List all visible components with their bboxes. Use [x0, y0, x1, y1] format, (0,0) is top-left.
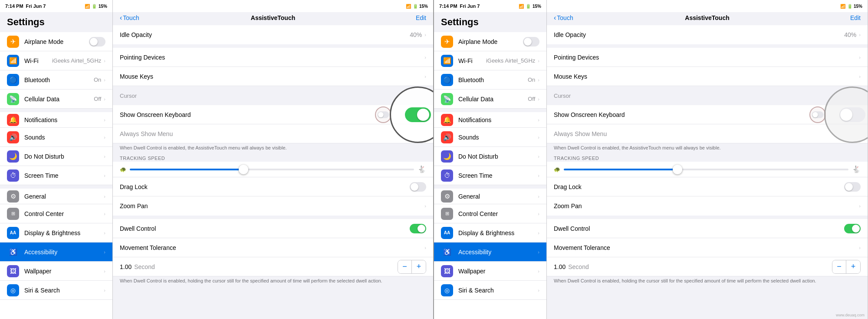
sidebar-item-sounds[interactable]: 🔊 Sounds ›	[0, 128, 112, 147]
left-row-drag-lock[interactable]: Drag Lock	[113, 177, 433, 196]
sidebar-item-controlcenter[interactable]: ⊞ Control Center ›	[0, 204, 112, 223]
wifi-label: Wi-Fi	[24, 57, 52, 64]
right-row-zoom-pan[interactable]: Zoom Pan ›	[547, 196, 868, 216]
right-pointing-label: Pointing Devices	[554, 54, 859, 61]
left-row-dwell-control[interactable]: Dwell Control	[113, 219, 433, 238]
right-row-pointing[interactable]: Pointing Devices ›	[547, 48, 868, 67]
right-notifications-label: Notifications	[458, 116, 538, 123]
sidebar-item-notifications[interactable]: 🔔 Notifications ›	[0, 109, 112, 128]
right-sidebar-item-sounds[interactable]: 🔊 Sounds ›	[434, 128, 546, 147]
left-row-zoom-pan[interactable]: Zoom Pan ›	[113, 196, 433, 216]
right-sidebar-item-wallpaper[interactable]: 🖼 Wallpaper ›	[434, 262, 546, 281]
slider-track[interactable]	[130, 169, 414, 170]
right-row-drag-lock[interactable]: Drag Lock	[547, 177, 868, 196]
left-detail-battery: 🔋 15%	[413, 4, 428, 9]
wallpaper-chevron: ›	[104, 269, 105, 274]
right-sidebar-item-notifications[interactable]: 🔔 Notifications ›	[434, 109, 546, 128]
right-sidebar-item-controlcenter[interactable]: ⊞ Control Center ›	[434, 204, 546, 223]
right-keyboard-big-toggle[interactable]	[839, 107, 865, 122]
sidebar-item-accessibility[interactable]: ♿ Accessibility ›	[0, 243, 112, 262]
right-sidebar-item-siri[interactable]: ◎ Siri & Search ›	[434, 281, 546, 300]
left-back-button[interactable]: ‹ Touch	[120, 14, 139, 22]
left-row-always-show[interactable]: Always Show Menu	[113, 124, 433, 143]
slider-fill	[130, 169, 243, 170]
siri-icon: ◎	[7, 284, 19, 296]
drag-lock-toggle[interactable]	[410, 182, 426, 192]
stepper-minus-button[interactable]: −	[398, 260, 412, 273]
left-section-tracking: TRACKING SPEED 🐢 🐇 Drag Lock Zoom Pan ›	[113, 153, 433, 216]
movement-tolerance-label: Movement Tolerance	[120, 244, 424, 251]
airplane-label: Airplane Mode	[24, 38, 89, 45]
right-stepper-plus-button[interactable]: +	[846, 260, 860, 273]
left-row-idle-opacity[interactable]: Idle Opacity 40% ›	[113, 25, 433, 44]
sidebar-item-siri[interactable]: ◎ Siri & Search ›	[0, 281, 112, 300]
left-row-mousekeys[interactable]: Mouse Keys ›	[113, 67, 433, 86]
keyboard-big-toggle[interactable]	[405, 107, 431, 122]
right-row-movement-tolerance[interactable]: Movement Tolerance ›	[547, 238, 868, 257]
right-row-always-show[interactable]: Always Show Menu	[547, 124, 868, 143]
dwell-control-toggle[interactable]	[410, 224, 426, 233]
stepper-controls: − +	[398, 260, 426, 274]
right-sidebar-item-accessibility[interactable]: ♿ Accessibility ›	[434, 243, 546, 262]
display-label: Display & Brightness	[24, 229, 104, 236]
right-dwell-control-toggle[interactable]	[844, 224, 861, 233]
right-row-mousekeys[interactable]: Mouse Keys ›	[547, 67, 868, 86]
sidebar-item-cellular[interactable]: 📡 Cellular Data Off ›	[0, 90, 112, 109]
right-sidebar-item-bluetooth[interactable]: 🔵 Bluetooth On ›	[434, 70, 546, 90]
left-edit-button[interactable]: Edit	[416, 14, 426, 21]
right-row-idle-opacity[interactable]: Idle Opacity 40% ›	[547, 25, 868, 44]
right-sidebar-item-airplane[interactable]: ✈ Airplane Mode	[434, 32, 546, 51]
right-display-icon: AA	[441, 227, 453, 239]
left-section-pointing: Pointing Devices › Mouse Keys › Cursor S…	[113, 48, 433, 153]
sounds-icon: 🔊	[7, 131, 19, 143]
slider-thumb[interactable]	[239, 165, 248, 174]
left-battery-pct: 15%	[99, 4, 107, 9]
right-sidebar-item-general[interactable]: ⚙ General ›	[434, 185, 546, 204]
sidebar-item-donotdisturb[interactable]: 🌙 Do Not Disturb ›	[0, 147, 112, 166]
right-sidebar-item-cellular[interactable]: 📡 Cellular Data Off ›	[434, 90, 546, 109]
right-keyboard-small-toggle[interactable]	[812, 111, 824, 118]
sidebar-item-display[interactable]: AA Display & Brightness ›	[0, 223, 112, 243]
sidebar-item-wifi[interactable]: 📶 Wi-Fi iGeeks Airtel_5GHz ›	[0, 51, 112, 70]
stepper-plus-button[interactable]: +	[412, 260, 426, 273]
right-slider-thumb[interactable]	[673, 165, 682, 174]
right-row-dwell-control[interactable]: Dwell Control	[547, 219, 868, 238]
right-airplane-toggle[interactable]	[523, 37, 539, 47]
sidebar-item-bluetooth[interactable]: 🔵 Bluetooth On ›	[0, 70, 112, 90]
right-back-button[interactable]: ‹ Touch	[554, 14, 573, 22]
sidebar-item-screentime[interactable]: ⏱ Screen Time ›	[0, 166, 112, 185]
right-sidebar-item-screentime[interactable]: ⏱ Screen Time ›	[434, 166, 546, 185]
bluetooth-icon: 🔵	[7, 74, 19, 86]
right-slider-track[interactable]	[564, 169, 848, 170]
sidebar-item-airplane[interactable]: ✈ Airplane Mode	[0, 32, 112, 51]
left-status-bar: 7:14 PM Fri Jun 7 📶 🔋 15%	[0, 0, 112, 12]
right-cellular-chevron: ›	[538, 96, 539, 102]
keyboard-small-toggle[interactable]	[378, 111, 389, 118]
left-row-movement-tolerance[interactable]: Movement Tolerance ›	[113, 238, 433, 257]
left-row-onscreen-keyboard[interactable]: Show Onscreen Keyboard	[113, 105, 433, 124]
right-sidebar-item-donotdisturb[interactable]: 🌙 Do Not Disturb ›	[434, 147, 546, 166]
right-sounds-label: Sounds	[458, 134, 538, 141]
airplane-toggle[interactable]	[89, 37, 105, 47]
wifi-detail: iGeeks Airtel_5GHz	[52, 57, 101, 64]
right-movement-tolerance-chevron: ›	[859, 245, 861, 250]
movement-tolerance-chevron: ›	[424, 245, 426, 250]
right-zoom-pan-chevron: ›	[859, 203, 861, 209]
right-section-idle: Idle Opacity 40% ›	[547, 25, 868, 44]
donotdisturb-chevron: ›	[104, 154, 105, 159]
right-donotdisturb-label: Do Not Disturb	[458, 153, 538, 160]
right-stepper-minus-button[interactable]: −	[832, 260, 846, 273]
right-sidebar-item-wifi[interactable]: 📶 Wi-Fi iGeeks Airtel_5GHz ›	[434, 51, 546, 70]
idle-opacity-label: Idle Opacity	[120, 31, 410, 38]
right-edit-button[interactable]: Edit	[850, 14, 861, 21]
right-row-onscreen-keyboard[interactable]: Show Onscreen Keyboard	[547, 105, 868, 124]
left-battery-icon: 🔋	[92, 4, 97, 9]
left-row-pointing[interactable]: Pointing Devices ›	[113, 48, 433, 67]
right-back-label: Touch	[557, 14, 573, 21]
right-drag-lock-toggle[interactable]	[844, 182, 861, 192]
sidebar-item-general[interactable]: ⚙ General ›	[0, 185, 112, 204]
right-sidebar-item-display[interactable]: AA Display & Brightness ›	[434, 223, 546, 243]
right-bluetooth-label: Bluetooth	[458, 76, 528, 83]
left-section-dwell: Dwell Control Movement Tolerance › 1.00 …	[113, 219, 433, 286]
sidebar-item-wallpaper[interactable]: 🖼 Wallpaper ›	[0, 262, 112, 281]
